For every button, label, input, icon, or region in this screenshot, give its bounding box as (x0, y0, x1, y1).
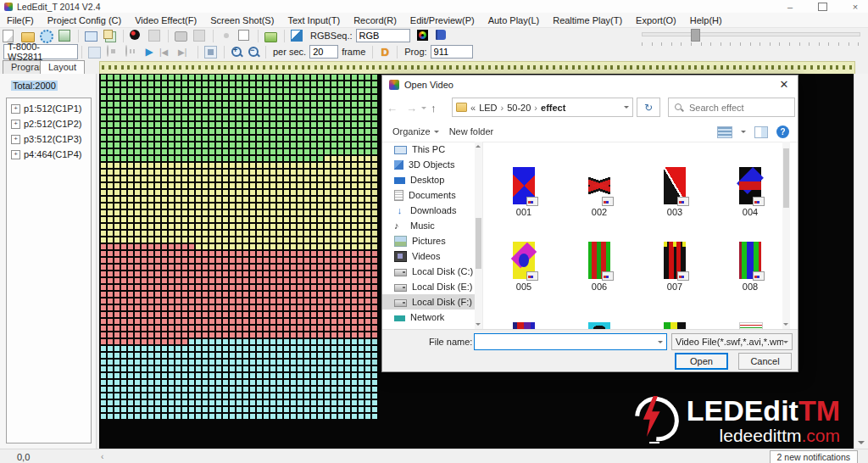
files-scrollbar[interactable] (782, 142, 790, 329)
cancel-button[interactable]: Cancel (738, 353, 792, 370)
breadcrumb-root[interactable]: LED (479, 103, 497, 113)
zoom-in-icon[interactable]: + (231, 46, 242, 58)
place-videos[interactable]: Videos (382, 248, 482, 264)
expand-icon[interactable] (11, 120, 20, 129)
color-wheel-icon[interactable] (417, 30, 428, 41)
file-name-combo[interactable] (474, 333, 667, 350)
organize-button[interactable]: Organize (392, 126, 439, 137)
menu-record[interactable]: Record(R) (347, 15, 403, 25)
menu-video-effect[interactable]: Video Effect(F) (128, 15, 203, 25)
menu-screen-shot[interactable]: Screen Shot(S) (203, 15, 281, 25)
stop-square-icon[interactable] (204, 46, 217, 59)
view-mode-icon[interactable] (717, 126, 732, 138)
file-item[interactable]: 008 (726, 242, 775, 292)
last-frame-icon[interactable]: ▶| (178, 46, 192, 59)
forward-arrow-icon[interactable]: → (406, 102, 417, 114)
print-preview-icon[interactable] (88, 47, 101, 59)
tree-node-p3[interactable]: p3:512(C1P3) (11, 134, 91, 144)
effect-thumbnail[interactable] (588, 242, 610, 279)
file-item-partial[interactable] (664, 322, 686, 329)
breadcrumb-mid[interactable]: 50-20 (507, 103, 531, 113)
preview-check-icon[interactable] (291, 30, 303, 42)
maximize-button[interactable] (818, 3, 827, 11)
menu-project-config[interactable]: Project Config (C) (41, 15, 128, 25)
stop-circle-icon[interactable] (107, 45, 108, 57)
expand-icon[interactable] (11, 135, 20, 144)
back-arrow-icon[interactable]: ← (387, 102, 398, 114)
place-downloads[interactable]: Downloads (382, 203, 482, 218)
menu-file[interactable]: File(F) (0, 15, 41, 25)
dialog-close-icon[interactable]: ✕ (771, 75, 798, 94)
effect-thumbnail[interactable] (513, 242, 535, 279)
controller-select[interactable]: T-8000-WS2811 (3, 44, 78, 59)
file-name-input[interactable] (475, 337, 658, 347)
slider-track[interactable] (642, 32, 860, 36)
minimize-button[interactable]: – (784, 2, 796, 12)
monitor-icon[interactable] (85, 31, 97, 42)
effect-thumbnail[interactable] (664, 167, 686, 204)
file-type-select[interactable]: Video File(*.swf,*.avi,*.wmv,*.m (671, 333, 793, 350)
up-arrow-icon[interactable]: ↑ (431, 102, 437, 114)
menu-auto-play[interactable]: Auto Play(L) (481, 15, 547, 25)
rgbseq-select[interactable] (356, 29, 410, 42)
effect-thumbnail[interactable] (739, 167, 761, 204)
menu-help[interactable]: Help(H) (683, 15, 729, 25)
save-icon[interactable] (58, 30, 70, 42)
address-dropdown-icon[interactable] (624, 106, 629, 111)
tree-node-p2[interactable]: p2:512(C1P2) (11, 119, 91, 129)
close-button[interactable]: × (849, 2, 861, 12)
breadcrumb-current[interactable]: effect (541, 103, 565, 113)
file-item[interactable]: 007 (650, 242, 699, 292)
file-name-dropdown-icon[interactable] (658, 341, 663, 346)
slider-thumb[interactable] (691, 29, 700, 42)
view-dropdown-icon[interactable] (741, 131, 746, 136)
copy-layers-icon[interactable] (103, 30, 113, 39)
effect-d-icon[interactable]: D (379, 46, 391, 59)
effect-thumbnail[interactable] (588, 167, 610, 204)
tree-node-p4[interactable]: p4:464(C1P4) (11, 149, 91, 159)
file-item[interactable]: 002 (575, 167, 624, 217)
place-music[interactable]: Music (382, 218, 482, 233)
file-item-partial[interactable] (513, 322, 535, 329)
place-network[interactable]: Network (382, 310, 482, 325)
menu-text-input[interactable]: Text Input(T) (281, 15, 347, 25)
help-icon[interactable] (776, 126, 789, 138)
play-icon[interactable]: ▶ (144, 46, 154, 59)
effect-thumbnail[interactable] (513, 167, 535, 204)
tree-node-p1[interactable]: p1:512(C1P1) (11, 103, 91, 114)
record-disc-icon[interactable] (130, 30, 140, 40)
scroll-left-icon[interactable]: ‹ (101, 452, 103, 461)
refresh-icon[interactable] (637, 98, 660, 117)
first-frame-icon[interactable]: |◀ (159, 46, 173, 59)
place-desktop[interactable]: Desktop (382, 172, 482, 187)
history-chevron-icon[interactable] (421, 107, 426, 112)
address-bar[interactable]: LED 50-20 effect (452, 98, 633, 117)
tab-layout[interactable]: Layout (40, 60, 85, 74)
search-box[interactable] (668, 98, 795, 117)
pause-icon[interactable] (125, 45, 127, 57)
menu-edit-preview[interactable]: Edit/Preview(P) (403, 15, 481, 25)
new-project-icon[interactable] (3, 30, 14, 42)
scroll-down-icon[interactable] (858, 441, 865, 448)
file-item[interactable]: 004 (726, 167, 775, 217)
led-canvas[interactable] (100, 74, 380, 421)
place-documents[interactable]: Documents (382, 187, 482, 203)
breadcrumb-collapse-icon[interactable] (470, 103, 476, 113)
place-disk-f-selected[interactable]: Local Disk (F:) (382, 294, 482, 310)
open-project-icon[interactable] (21, 32, 35, 42)
effect-thumbnail[interactable] (664, 242, 686, 279)
file-item[interactable]: 003 (650, 167, 699, 217)
file-item[interactable]: 005 (499, 242, 548, 292)
camera-icon[interactable] (175, 31, 187, 42)
place-disk-c[interactable]: Local Disk (C:) (382, 264, 482, 279)
place-3d-objects[interactable]: 3D Objects (382, 157, 482, 172)
place-this-pc[interactable]: This PC (382, 142, 482, 157)
library-book-icon[interactable] (436, 30, 446, 40)
places-scrollbar[interactable] (475, 142, 482, 329)
open-button[interactable]: Open (675, 353, 728, 370)
timeline-slider[interactable] (642, 29, 859, 47)
effect-folder-icon[interactable] (264, 32, 277, 42)
menu-realtime-play[interactable]: Realtime Play(T) (546, 15, 629, 25)
place-pictures[interactable]: Pictures (382, 233, 482, 248)
file-item-partial[interactable] (588, 322, 610, 329)
